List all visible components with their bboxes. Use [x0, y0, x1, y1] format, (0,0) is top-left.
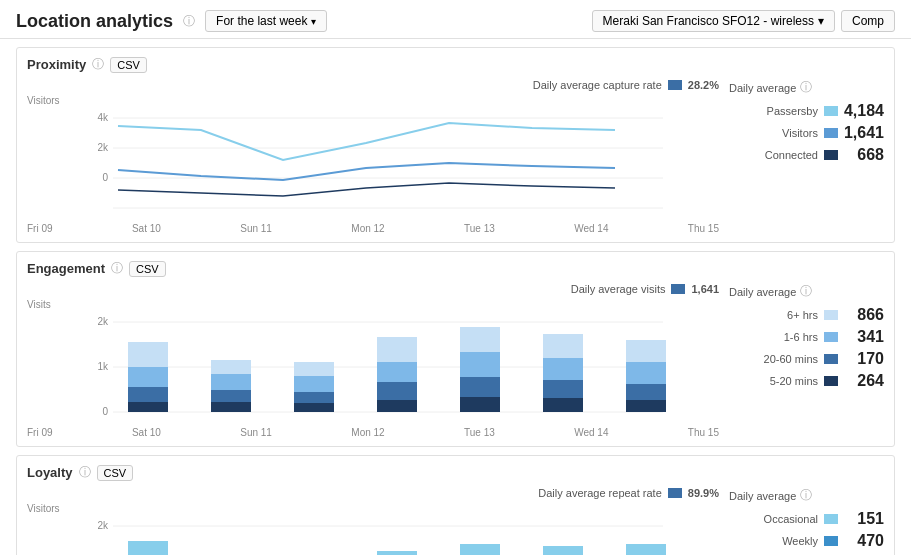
svg-rect-52	[377, 551, 417, 555]
page-title: Location analytics	[16, 11, 173, 32]
loyalty-y-label: Visitors	[27, 503, 719, 514]
proximity-daily-avg: Daily average ⓘ Passersby 4,184 Visitors…	[729, 79, 884, 234]
info-icon[interactable]: ⓘ	[183, 13, 195, 30]
engagement-visits-label: Daily average visits 1,641	[27, 283, 719, 295]
proximity-body: Daily average capture rate 28.2% Visitor…	[27, 79, 884, 234]
proximity-header: Proximity ⓘ CSV	[27, 56, 884, 73]
svg-rect-32	[460, 397, 500, 412]
header-right: Meraki San Francisco SFO12 - wireless ▾ …	[592, 10, 895, 32]
engagement-header: Engagement ⓘ CSV	[27, 260, 884, 277]
engagement-y-label: Visits	[27, 299, 719, 310]
proximity-csv-button[interactable]: CSV	[110, 57, 147, 73]
proximity-capture-rate: Daily average capture rate 28.2%	[27, 79, 719, 91]
svg-rect-28	[377, 400, 417, 412]
svg-rect-24	[294, 403, 334, 412]
loyalty-daily-avg: Daily average ⓘ Occasional 151 Weekly 47…	[729, 487, 884, 555]
loyalty-avg-info-icon[interactable]: ⓘ	[800, 487, 812, 504]
weekly-swatch	[824, 536, 838, 546]
occasional-swatch	[824, 514, 838, 524]
engagement-avg-20to60mins: 20-60 mins 170	[729, 350, 884, 368]
20to60mins-swatch	[824, 354, 838, 364]
svg-rect-40	[626, 400, 666, 412]
proximity-y-label: Visitors	[27, 95, 719, 106]
svg-text:0: 0	[102, 172, 108, 183]
1to6hrs-swatch	[824, 332, 838, 342]
proximity-avg-connected: Connected 668	[729, 146, 884, 164]
proximity-daily-avg-title: Daily average ⓘ	[729, 79, 884, 96]
svg-rect-36	[543, 398, 583, 412]
engagement-chart: 2k 1k 0	[27, 312, 719, 422]
engagement-chart-area: Daily average visits 1,641 Visits 2k 1k …	[27, 283, 719, 438]
network-caret-icon: ▾	[818, 14, 824, 28]
visitors-swatch	[824, 128, 838, 138]
network-dropdown[interactable]: Meraki San Francisco SFO12 - wireless ▾	[592, 10, 835, 32]
engagement-info-icon[interactable]: ⓘ	[111, 260, 123, 277]
loyalty-header: Loyalty ⓘ CSV	[27, 464, 884, 481]
loyalty-body: Daily average repeat rate 89.9% Visitors…	[27, 487, 884, 555]
engagement-daily-avg-title: Daily average ⓘ	[729, 283, 884, 300]
engagement-section: Engagement ⓘ CSV Daily average visits 1,…	[16, 251, 895, 447]
proximity-chart: 4k 2k 0	[27, 108, 719, 218]
svg-text:2k: 2k	[97, 520, 109, 531]
engagement-title: Engagement	[27, 261, 105, 276]
loyalty-daily-avg-title: Daily average ⓘ	[729, 487, 884, 504]
svg-rect-16	[128, 402, 168, 412]
loyalty-avg-weekly: Weekly 470	[729, 532, 884, 550]
svg-text:4k: 4k	[97, 112, 109, 123]
caret-icon: ▾	[311, 16, 316, 27]
engagement-daily-avg: Daily average ⓘ 6+ hrs 866 1-6 hrs 341 2…	[729, 283, 884, 438]
proximity-info-icon[interactable]: ⓘ	[92, 56, 104, 73]
repeat-rate-swatch	[668, 488, 682, 498]
passersby-swatch	[824, 106, 838, 116]
main-content: Proximity ⓘ CSV Daily average capture ra…	[0, 39, 911, 555]
svg-text:1k: 1k	[97, 361, 109, 372]
svg-rect-56	[543, 546, 583, 555]
loyalty-chart: 2k 1k	[27, 516, 719, 555]
engagement-x-labels: Fri 09 Sat 10 Sun 11 Mon 12 Tue 13 Wed 1…	[27, 427, 719, 438]
engagement-csv-button[interactable]: CSV	[129, 261, 166, 277]
loyalty-repeat-rate: Daily average repeat rate 89.9%	[27, 487, 719, 499]
5to20mins-swatch	[824, 376, 838, 386]
svg-text:2k: 2k	[97, 316, 109, 327]
proximity-title: Proximity	[27, 57, 86, 72]
proximity-section: Proximity ⓘ CSV Daily average capture ra…	[16, 47, 895, 243]
svg-text:0: 0	[102, 406, 108, 417]
capture-rate-swatch	[668, 80, 682, 90]
loyalty-csv-button[interactable]: CSV	[97, 465, 134, 481]
proximity-avg-visitors: Visitors 1,641	[729, 124, 884, 142]
time-filter-dropdown[interactable]: For the last week ▾	[205, 10, 327, 32]
engagement-avg-1to6hrs: 1-6 hrs 341	[729, 328, 884, 346]
loyalty-section: Loyalty ⓘ CSV Daily average repeat rate …	[16, 455, 895, 555]
engagement-avg-info-icon[interactable]: ⓘ	[800, 283, 812, 300]
svg-rect-46	[128, 541, 168, 555]
loyalty-info-icon[interactable]: ⓘ	[79, 464, 91, 481]
6hrs-swatch	[824, 310, 838, 320]
connected-swatch	[824, 150, 838, 160]
svg-text:2k: 2k	[97, 142, 109, 153]
proximity-x-labels: Fri 09 Sat 10 Sun 11 Mon 12 Tue 13 Wed 1…	[27, 223, 719, 234]
loyalty-chart-area: Daily average repeat rate 89.9% Visitors…	[27, 487, 719, 555]
loyalty-title: Loyalty	[27, 465, 73, 480]
svg-rect-54	[460, 544, 500, 555]
visits-swatch	[671, 284, 685, 294]
engagement-avg-5to20mins: 5-20 mins 264	[729, 372, 884, 390]
comp-button[interactable]: Comp	[841, 10, 895, 32]
engagement-avg-6hrs: 6+ hrs 866	[729, 306, 884, 324]
loyalty-avg-occasional: Occasional 151	[729, 510, 884, 528]
proximity-avg-passersby: Passersby 4,184	[729, 102, 884, 120]
page-header: Location analytics ⓘ For the last week ▾…	[0, 0, 911, 39]
proximity-chart-area: Daily average capture rate 28.2% Visitor…	[27, 79, 719, 234]
proximity-avg-info-icon[interactable]: ⓘ	[800, 79, 812, 96]
svg-rect-58	[626, 544, 666, 555]
svg-rect-20	[211, 402, 251, 412]
engagement-body: Daily average visits 1,641 Visits 2k 1k …	[27, 283, 884, 438]
